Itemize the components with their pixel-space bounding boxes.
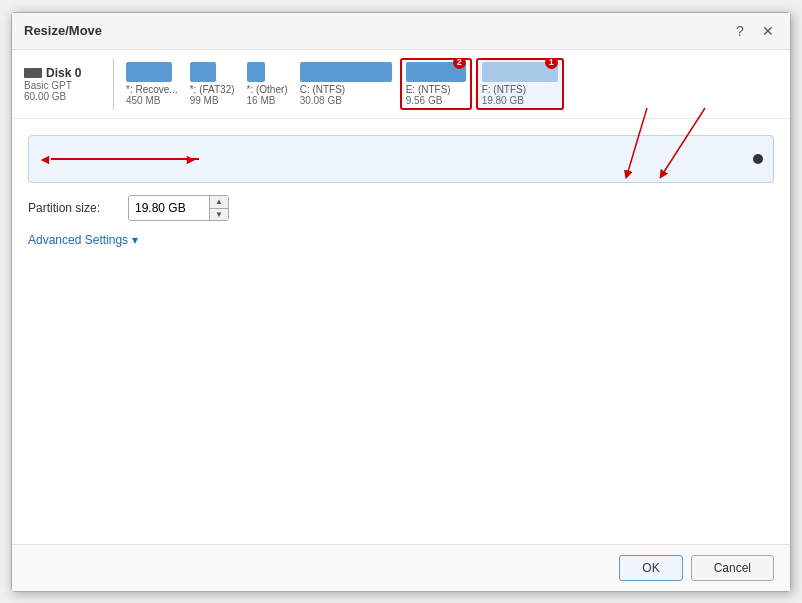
partition-label-c: C: (NTFS) <box>300 84 346 95</box>
partition-e[interactable]: 2 E: (NTFS) 9.56 GB <box>400 58 472 110</box>
partition-bar-c <box>300 62 392 82</box>
badge-e: 2 <box>453 58 466 69</box>
resize-arrow-line <box>51 158 199 160</box>
dialog-footer: OK Cancel <box>12 544 790 591</box>
partition-size-e: 9.56 GB <box>406 95 443 106</box>
chevron-down-icon: ▾ <box>132 233 138 247</box>
partition-bar-other <box>247 62 265 82</box>
partition-label-fat32: *: (FAT32) <box>190 84 235 95</box>
help-button[interactable]: ? <box>730 21 750 41</box>
close-button[interactable]: ✕ <box>758 21 778 41</box>
title-bar-buttons: ? ✕ <box>730 21 778 41</box>
spinner-down[interactable]: ▼ <box>210 208 228 220</box>
advanced-settings-toggle[interactable]: Advanced Settings ▾ <box>28 233 774 247</box>
ok-button[interactable]: OK <box>619 555 682 581</box>
partition-fat32[interactable]: *: (FAT32) 99 MB <box>186 59 239 109</box>
dialog-title: Resize/Move <box>24 23 102 38</box>
partition-label-e: E: (NTFS) <box>406 84 451 95</box>
partition-recover[interactable]: *: Recove... 450 MB <box>122 59 182 109</box>
badge-f: 1 <box>545 58 558 69</box>
partition-size-other: 16 MB <box>247 95 276 106</box>
partition-e-wrapper: 2 <box>406 62 466 84</box>
partition-size-spinners: ▲ ▼ <box>209 196 228 220</box>
partition-size-fat32: 99 MB <box>190 95 219 106</box>
partition-label-other: *: (Other) <box>247 84 288 95</box>
resize-left-handle[interactable] <box>39 144 51 174</box>
disk-size: 60.00 GB <box>24 91 101 102</box>
partition-size-recover: 450 MB <box>126 95 160 106</box>
partition-size-c: 30.08 GB <box>300 95 342 106</box>
resize-right-handle[interactable] <box>753 154 763 164</box>
resize-track-container: ► <box>28 135 774 183</box>
partitions-row: *: Recove... 450 MB *: (FAT32) 99 MB *: … <box>122 58 778 110</box>
disk-info: Disk 0 Basic GPT 60.00 GB <box>24 58 114 110</box>
partition-size-row: Partition size: ▲ ▼ <box>28 195 774 221</box>
disk-name: Disk 0 <box>24 66 101 80</box>
partition-label-recover: *: Recove... <box>126 84 178 95</box>
partition-c[interactable]: C: (NTFS) 30.08 GB <box>296 59 396 109</box>
disk-type: Basic GPT <box>24 80 101 91</box>
partition-size-input[interactable] <box>129 198 209 218</box>
partition-label-f: F: (NTFS) <box>482 84 526 95</box>
title-bar: Resize/Move ? ✕ <box>12 13 790 50</box>
partition-size-f: 19.80 GB <box>482 95 524 106</box>
content-area: ► Partition size: ▲ ▼ Advanced Settings … <box>12 119 790 544</box>
advanced-settings-label: Advanced Settings <box>28 233 128 247</box>
partition-bar-fat32 <box>190 62 216 82</box>
resize-arrow-right: ► <box>184 152 198 166</box>
partition-size-input-wrapper: ▲ ▼ <box>128 195 229 221</box>
partition-other[interactable]: *: (Other) 16 MB <box>243 59 292 109</box>
partition-f-wrapper: 1 <box>482 62 558 84</box>
partition-f[interactable]: 1 F: (NTFS) 19.80 GB <box>476 58 564 110</box>
cancel-button[interactable]: Cancel <box>691 555 774 581</box>
partition-bar-recover <box>126 62 172 82</box>
disk-icon <box>24 68 42 78</box>
spinner-up[interactable]: ▲ <box>210 196 228 208</box>
disk-bar: Disk 0 Basic GPT 60.00 GB *: Recove... 4… <box>12 50 790 119</box>
resize-move-dialog: Resize/Move ? ✕ Disk 0 Basic GPT 60.00 G… <box>11 12 791 592</box>
partition-size-label: Partition size: <box>28 201 118 215</box>
